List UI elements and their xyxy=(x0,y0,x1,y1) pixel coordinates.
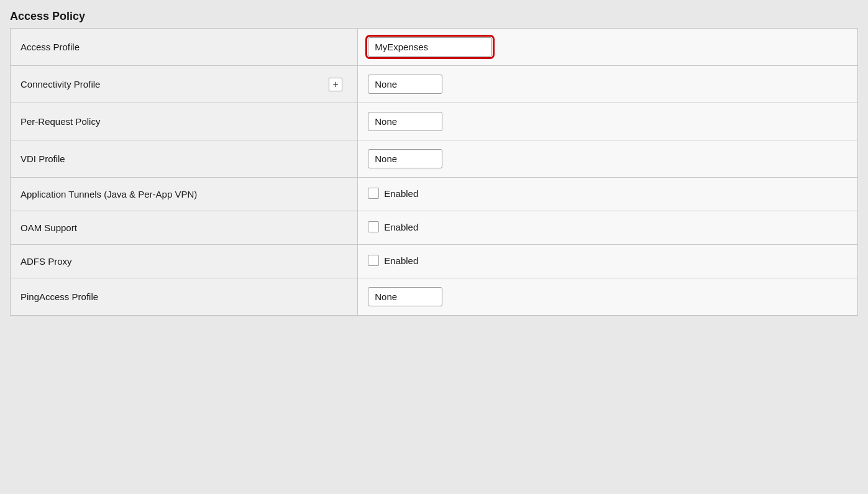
application-tunnels-checkbox-label: Enabled xyxy=(384,188,418,199)
table-row: PingAccess Profile None xyxy=(11,278,858,316)
application-tunnels-label: Application Tunnels (Java & Per-App VPN) xyxy=(11,178,358,211)
application-tunnels-checkbox[interactable] xyxy=(368,188,379,199)
connectivity-profile-select-wrapper: None xyxy=(368,75,442,94)
pingaccess-profile-label: PingAccess Profile xyxy=(11,278,358,316)
oam-support-checkbox[interactable] xyxy=(368,221,379,232)
pingaccess-profile-value-cell: None xyxy=(358,278,858,316)
table-row: Application Tunnels (Java & Per-App VPN)… xyxy=(11,178,858,211)
adfs-proxy-checkbox[interactable] xyxy=(368,255,379,266)
per-request-policy-select-wrapper: None xyxy=(368,112,442,131)
table-row: OAM Support Enabled xyxy=(11,211,858,245)
vdi-profile-value-cell: None xyxy=(358,140,858,178)
access-profile-label: Access Profile xyxy=(11,29,358,66)
pingaccess-profile-select[interactable]: None xyxy=(368,287,442,306)
oam-support-label: OAM Support xyxy=(11,211,358,245)
table-row: Access Profile MyExpenses None xyxy=(11,29,858,66)
connectivity-profile-value-cell: None xyxy=(358,66,858,103)
section-title: Access Policy xyxy=(10,10,858,23)
application-tunnels-checkbox-wrapper: Enabled xyxy=(368,188,418,199)
application-tunnels-value-cell: Enabled xyxy=(358,178,858,211)
table-row: Connectivity Profile + None xyxy=(11,66,858,103)
table-row: VDI Profile None xyxy=(11,140,858,178)
vdi-profile-label: VDI Profile xyxy=(11,140,358,178)
oam-support-checkbox-wrapper: Enabled xyxy=(368,221,418,232)
access-profile-value-cell: MyExpenses None xyxy=(358,29,858,66)
adfs-proxy-label: ADFS Proxy xyxy=(11,245,358,278)
vdi-profile-select[interactable]: None xyxy=(368,149,442,168)
connectivity-plus-button[interactable]: + xyxy=(329,78,342,91)
page-wrapper: Access Policy Access Profile MyExpenses … xyxy=(0,0,868,494)
pingaccess-profile-select-wrapper: None xyxy=(368,287,442,306)
adfs-proxy-checkbox-label: Enabled xyxy=(384,255,418,266)
per-request-policy-value-cell: None xyxy=(358,103,858,140)
connectivity-profile-label: Connectivity Profile + xyxy=(11,66,358,103)
access-profile-select[interactable]: MyExpenses None xyxy=(368,37,492,57)
per-request-policy-select[interactable]: None xyxy=(368,112,442,131)
per-request-policy-label: Per-Request Policy xyxy=(11,103,358,140)
policy-table: Access Profile MyExpenses None Connectiv… xyxy=(10,28,858,316)
oam-support-checkbox-label: Enabled xyxy=(384,222,418,232)
table-row: ADFS Proxy Enabled xyxy=(11,245,858,278)
adfs-proxy-checkbox-wrapper: Enabled xyxy=(368,255,418,266)
oam-support-value-cell: Enabled xyxy=(358,211,858,245)
adfs-proxy-value-cell: Enabled xyxy=(358,245,858,278)
table-row: Per-Request Policy None xyxy=(11,103,858,140)
vdi-profile-select-wrapper: None xyxy=(368,149,442,168)
access-profile-select-wrapper: MyExpenses None xyxy=(368,37,492,57)
connectivity-profile-select[interactable]: None xyxy=(368,75,442,94)
